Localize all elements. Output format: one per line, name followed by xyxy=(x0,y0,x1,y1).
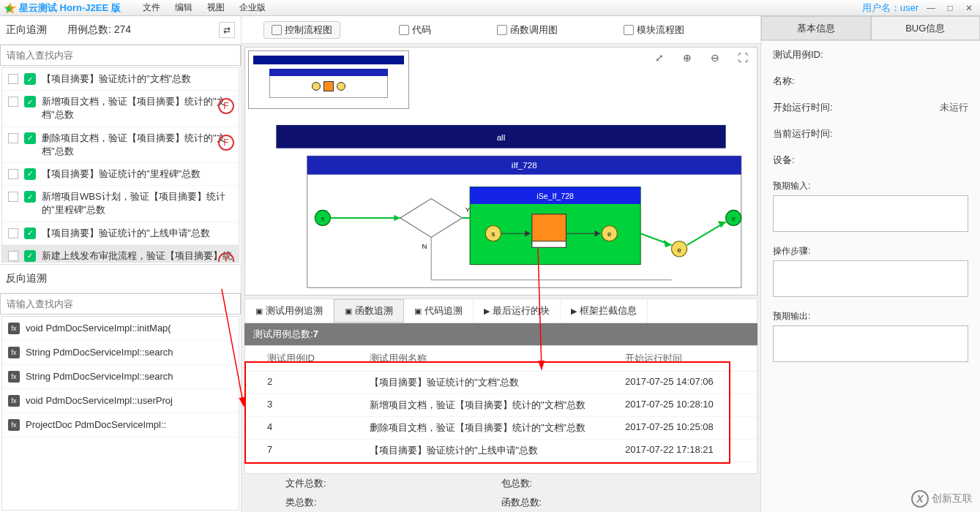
fullscreen-icon[interactable]: ⛶ xyxy=(736,52,749,65)
testcase-icon: ✓ xyxy=(24,132,36,144)
zoom-out-icon[interactable]: ⊖ xyxy=(708,52,722,65)
rtab-basic-info[interactable]: 基本信息 xyxy=(761,16,871,40)
testcase-text: 【项目摘要】验证统计的"文档"总数 xyxy=(42,72,233,86)
testcase-item[interactable]: ✓ 【项目摘要】验证统计的"里程碑"总数 xyxy=(2,163,239,186)
rtab-bug-info[interactable]: BUG信息 xyxy=(871,16,981,40)
testcase-item[interactable]: ✓ 删除项目文档，验证【项目摘要】统计的"文档"总数 F xyxy=(2,127,239,163)
function-text: ProjectDoc PdmDocServiceImpl:: xyxy=(26,419,166,430)
tab-call-graph[interactable]: 函数调用图 xyxy=(490,22,565,38)
testcase-icon: ✓ xyxy=(24,73,36,85)
info-name-label: 名称: xyxy=(773,75,839,88)
tab-module-flowchart[interactable]: 模块流程图 xyxy=(616,22,692,38)
function-icon: fx xyxy=(8,323,20,334)
flag-icon: F xyxy=(218,135,234,151)
svg-text:N: N xyxy=(422,242,427,250)
steps-box[interactable] xyxy=(773,260,968,297)
testcase-text: 新增项目文档，验证【项目摘要】统计的"文档"总数 xyxy=(42,95,233,121)
zoom-fit-icon[interactable]: ⤢ xyxy=(653,52,666,65)
expected-input-box[interactable] xyxy=(773,195,968,232)
tab-control-flowchart[interactable]: 控制流程图 xyxy=(263,21,340,39)
flow-label-se: iSe_If_728 xyxy=(536,192,574,200)
swap-icon[interactable]: ⇄ xyxy=(219,22,235,38)
checkbox[interactable] xyxy=(8,192,18,202)
info-start-value: 未运行 xyxy=(839,101,968,114)
function-item[interactable]: fxProjectDoc PdmDocServiceImpl:: xyxy=(2,413,239,437)
svg-text:e: e xyxy=(677,246,681,254)
menu-edit[interactable]: 编辑 xyxy=(175,1,192,14)
function-text: void PdmDocServiceImpl::userProj xyxy=(26,395,173,406)
table-row[interactable]: 7【项目摘要】验证统计的"上线申请"总数2017-07-22 17:18:21 xyxy=(245,440,757,462)
checkbox[interactable] xyxy=(8,251,18,261)
cell-id: 2 xyxy=(245,376,370,389)
info-expected-out-label: 预期输出: xyxy=(773,310,968,323)
table-row[interactable]: 4删除项目文档，验证【项目摘要】统计的"文档"总数2017-07-25 10:2… xyxy=(245,417,757,440)
col-time: 开始运行时间 xyxy=(625,352,757,365)
col-id: 测试用例ID xyxy=(245,352,370,365)
flow-label-if: iIf_728 xyxy=(512,160,537,170)
cell-name: 删除项目文档，验证【项目摘要】统计的"文档"总数 xyxy=(370,421,625,434)
forward-search-input[interactable] xyxy=(0,45,241,66)
testcase-text: 【项目摘要】验证统计的"上线申请"总数 xyxy=(42,227,233,240)
cell-id: 4 xyxy=(245,421,370,434)
checkbox[interactable] xyxy=(8,74,18,84)
minimap[interactable] xyxy=(248,50,409,109)
tab-code[interactable]: 代码 xyxy=(392,22,438,38)
testcase-item[interactable]: ✓ 新增项目文档，验证【项目摘要】统计的"文档"总数 F xyxy=(2,91,239,127)
table-row[interactable]: 3新增项目文档，验证【项目摘要】统计的"文档"总数2017-07-25 10:2… xyxy=(245,394,757,417)
svg-rect-14 xyxy=(532,214,566,245)
menu-file[interactable]: 文件 xyxy=(143,1,160,14)
info-current-label: 当前运行时间: xyxy=(773,127,839,140)
testcase-item[interactable]: ✓ 【项目摘要】验证统计的"文档"总数 xyxy=(2,68,239,91)
forward-trace-title: 正向追溯 xyxy=(6,23,47,37)
testcase-icon: ✓ xyxy=(24,168,36,180)
diagram-area[interactable]: ⤢ ⊕ ⊖ ⛶ all iIf_728 s xyxy=(244,47,758,295)
cell-name: 【项目摘要】验证统计的"文档"总数 xyxy=(370,376,625,389)
cell-time: 2017-07-25 10:25:08 xyxy=(625,421,757,434)
function-item[interactable]: fxString PdmDocServiceImpl::search xyxy=(2,341,239,365)
checkbox[interactable] xyxy=(8,133,18,143)
testcase-item[interactable]: ✓ 新增项目WBS计划，验证【项目摘要】统计的"里程碑"总数 xyxy=(2,186,239,222)
cell-name: 新增项目文档，验证【项目摘要】统计的"文档"总数 xyxy=(370,399,625,412)
testcase-text: 新增项目WBS计划，验证【项目摘要】统计的"里程碑"总数 xyxy=(42,190,233,217)
center-panel: 控制流程图 代码 函数调用图 模块流程图 ⤢ ⊕ ⊖ ⛶ all xyxy=(242,16,760,512)
col-name: 测试用例名称 xyxy=(370,352,625,365)
maximize-button[interactable]: □ xyxy=(943,3,957,13)
info-expected-in-label: 预期输入: xyxy=(773,180,968,192)
function-icon: fx xyxy=(8,419,20,431)
checkbox[interactable] xyxy=(8,228,18,238)
reverse-search-input[interactable] xyxy=(0,293,241,315)
cell-id: 3 xyxy=(245,399,370,412)
menu-view[interactable]: 视图 xyxy=(207,1,225,14)
svg-text:e: e xyxy=(732,214,736,222)
testcase-icon: ✓ xyxy=(24,250,36,262)
function-text: void PdmDocServiceImpl::initMap( xyxy=(26,323,171,334)
result-count-bar: 测试用例总数:7 xyxy=(244,323,758,345)
close-button[interactable]: ✕ xyxy=(962,3,976,13)
function-item[interactable]: fxvoid PdmDocServiceImpl::initMap( xyxy=(2,317,239,341)
menu-enterprise[interactable]: 企业版 xyxy=(239,1,266,14)
titlebar: 星云测试 Horn-J2EE 版 文件 编辑 视图 企业版 用户名：user —… xyxy=(0,0,980,16)
function-text: String PdmDocServiceImpl::search xyxy=(26,371,173,382)
watermark-logo-icon: X xyxy=(911,490,929,508)
testcase-item[interactable]: ✓ 【项目摘要】验证统计的"上线申请"总数 xyxy=(2,222,239,245)
function-item[interactable]: fxvoid PdmDocServiceImpl::userProj xyxy=(2,389,239,413)
function-icon: fx xyxy=(8,395,20,407)
result-table[interactable]: 测试用例ID 测试用例名称 开始运行时间 2【项目摘要】验证统计的"文档"总数2… xyxy=(244,345,758,474)
app-logo-icon xyxy=(4,2,16,14)
checkbox[interactable] xyxy=(8,169,18,179)
function-item[interactable]: fxString PdmDocServiceImpl::search xyxy=(2,365,239,389)
cell-time: 2017-07-25 14:07:06 xyxy=(625,376,757,389)
checkbox[interactable] xyxy=(8,97,18,107)
testcase-icon: ✓ xyxy=(24,96,36,108)
right-panel: 基本信息 BUG信息 测试用例ID: 名称: 开始运行时间:未运行 当前运行时间… xyxy=(760,16,980,512)
cell-id: 7 xyxy=(245,444,370,457)
expected-output-box[interactable] xyxy=(773,325,968,362)
testcase-list[interactable]: ✓ 【项目摘要】验证统计的"文档"总数 ✓ 新增项目文档，验证【项目摘要】统计的… xyxy=(1,67,239,263)
testcase-item[interactable]: ✓ 新建上线发布审批流程，验证【项目摘要】统计的"上线申请"总数 T xyxy=(2,245,239,263)
function-icon: fx xyxy=(8,371,20,383)
zoom-in-icon[interactable]: ⊕ xyxy=(681,52,694,65)
minimize-button[interactable]: — xyxy=(924,3,938,13)
module-icon xyxy=(624,25,634,35)
function-list[interactable]: fxvoid PdmDocServiceImpl::initMap(fxStri… xyxy=(1,316,239,511)
table-row[interactable]: 2【项目摘要】验证统计的"文档"总数2017-07-25 14:07:06 xyxy=(245,372,757,394)
